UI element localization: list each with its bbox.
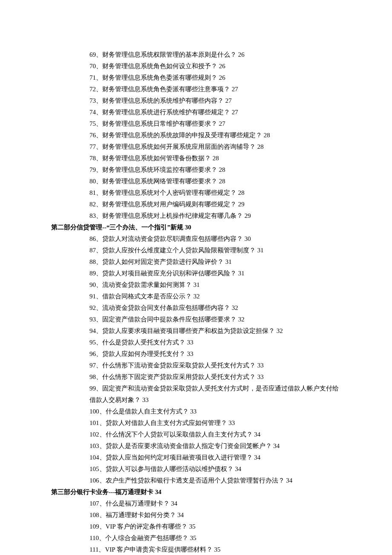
toc-item-separator: 、 [99, 535, 105, 541]
toc-item: 82、财务管理信息系统对用户编码规则有哪些规定？ 29 [51, 199, 341, 210]
toc-item-number: 102 [89, 431, 99, 438]
toc-item-page: 34 [235, 465, 241, 472]
toc-item-separator: 、 [96, 350, 102, 357]
toc-item-number: 89 [89, 270, 96, 277]
toc-item-separator: 、 [96, 120, 102, 127]
toc-item-text: 财务管理信息系统权限管理的基本原则是什么？ [102, 51, 236, 58]
toc-item: 70、财务管理信息系统角色如何设立和授予？ 26 [51, 61, 341, 72]
toc-item-separator: 、 [96, 304, 102, 311]
toc-item: 109、VIP 客户的评定条件有哪些？ 35 [51, 521, 341, 532]
toc-item-text: 流动资金贷款需求量如何测算？ [102, 281, 192, 288]
toc-item-page: 31 [238, 270, 245, 277]
toc-item-page: 33 [228, 419, 235, 426]
toc-item-number: 90 [89, 281, 96, 288]
toc-item: 100、什么是借款人自主支付方式？ 33 [51, 406, 341, 417]
toc-item-page: 31 [193, 281, 200, 288]
toc-item-separator: 、 [96, 166, 102, 173]
toc-item: 93、固定资产借款合同中提款条件应包括哪些要求？ 32 [51, 314, 341, 325]
toc-item: 76、财务管理信息系统的系统故障的申报及受理有哪些规定？ 28 [51, 130, 341, 141]
toc-item: 103、贷款人是否应要求流动资金借款人指定专门资金回笼帐户？ 34 [51, 440, 341, 452]
toc-item-page: 29 [245, 212, 251, 219]
toc-item-text: 贷款人如何对固定资产贷款进行风险评价？ [102, 258, 224, 265]
toc-item-text: 财务管理信息系统日常维护有哪些要求？ [102, 120, 217, 127]
toc-item: 101、贷款人对借款人自主支付方式应如何管理？ 33 [51, 417, 341, 429]
toc-item-number: 100 [89, 408, 99, 415]
toc-item-page: 28 [257, 143, 264, 150]
toc-item-separator: 、 [99, 408, 106, 415]
toc-item-text: 财务管理信息系统角色委派有哪些规则？ [102, 74, 217, 81]
toc-item-text: 财务管理信息系统对个人密码管理有哪些规定？ [102, 189, 236, 196]
toc-item-number: 74 [89, 109, 96, 116]
toc-item-separator: 、 [96, 373, 102, 380]
toc-item-number: 99 [89, 385, 96, 392]
toc-item-text: 什么情况下个人贷款可以采取借款人自主支付方式？ [106, 431, 253, 438]
toc-item-text: 农户生产性贷款和银行卡透支是否适用个人贷款管理暂行办法？ [106, 477, 285, 484]
toc-item-page: 34 [286, 477, 292, 484]
toc-item-separator: 、 [96, 189, 102, 196]
toc-item-text: 固定资产和流动资金贷款采取贷款人受托支付方式时，是否应通过借款人帐户支付给借款人… [89, 385, 339, 403]
toc-item-separator: 、 [99, 454, 106, 461]
toc-item: 108、福万通理财卡如何分类？ 34 [51, 509, 341, 521]
toc-item: 105、贷款人可以参与借款人哪些活动以维护债权？ 34 [51, 463, 341, 475]
toc-item: 110、个人综合金融资产包括哪些？ 35 [51, 532, 341, 544]
toc-item-page: 35 [190, 535, 196, 541]
toc-item-number: 107 [89, 500, 99, 507]
toc-item-separator: 、 [96, 109, 102, 116]
toc-item-text: 福万通理财卡如何分类？ [106, 512, 176, 518]
toc-item-number: 81 [89, 189, 96, 196]
toc-item: 71、财务管理信息系统角色委派有哪些规则？ 26 [51, 72, 341, 84]
toc-item-separator: 、 [96, 212, 102, 219]
toc-item-text: 什么情形下流动资金贷款应采取贷款人受托支付方式？ [102, 362, 256, 369]
toc-item-separator: 、 [96, 97, 102, 104]
toc-item-number: 110 [89, 535, 99, 541]
toc-item-text: 贷款人应按什么维度建立个人贷款风险限额管理制度？ [102, 247, 256, 254]
toc-item: 97、什么情形下流动资金贷款应采取贷款人受托支付方式？ 33 [51, 360, 341, 371]
toc-item-text: 财务管理信息系统角色委派有哪些注意事项？ [102, 86, 230, 92]
toc-item-number: 101 [89, 419, 99, 426]
toc-item-page: 35 [189, 523, 196, 530]
section-header: 第二部分信贷管理--“三个办法、一个指引”新规 30 [51, 222, 341, 233]
toc-item-page: 26 [219, 63, 225, 69]
toc-item: 107、什么是福万通理财卡？ 34 [51, 498, 341, 509]
toc-item: 95、什么是贷款人受托支付方式？ 33 [51, 337, 341, 348]
toc-item-page: 27 [232, 86, 238, 92]
toc-item-page: 33 [142, 396, 149, 403]
toc-item-text: 财务管理信息系统的系统故障的申报及受理有哪些规定？ [102, 132, 262, 139]
toc-item-number: 72 [89, 86, 96, 92]
toc-item-separator: 、 [96, 74, 102, 81]
toc-item-number: 96 [89, 350, 96, 357]
toc-item-text: 贷款人应要求项目融资项目哪些资产和权益为贷款设定担保？ [102, 327, 275, 334]
toc-item: 86、贷款人对流动资金贷款尽职调查应包括哪些内容？ 30 [51, 233, 341, 245]
toc-item-page: 32 [238, 316, 245, 323]
toc-item: 75、财务管理信息系统日常维护有哪些要求？ 27 [51, 118, 341, 130]
toc-item-separator: 、 [96, 281, 102, 288]
toc-item-separator: 、 [96, 270, 102, 277]
toc-item-text: 财务管理信息系统如何开展系统应用层面的咨询辅导？ [102, 143, 256, 150]
toc-item-page: 31 [225, 258, 232, 265]
toc-item-page: 26 [238, 51, 245, 58]
toc-item-page: 32 [277, 327, 283, 334]
toc-item-number: 94 [89, 327, 96, 334]
toc-item-text: VIP 客户申请贵宾卡应提供哪些材料？ [105, 546, 212, 553]
toc-item-number: 108 [89, 512, 99, 518]
toc-item-number: 83 [89, 212, 96, 219]
toc-item: 89、贷款人对项目融资应充分识别和评估哪些风险？ 31 [51, 268, 341, 279]
toc-item: 83、财务管理信息系统对上机操作纪律规定有哪几条？ 29 [51, 210, 341, 222]
toc-item-text: 贷款人对流动资金贷款尽职调查应包括哪些内容？ [102, 235, 243, 242]
toc-item-separator: 、 [96, 201, 102, 208]
toc-item-text: 财务管理信息系统对用户编码规则有哪些规定？ [102, 201, 236, 208]
toc-item-number: 93 [89, 316, 96, 323]
toc-item-page: 27 [225, 97, 232, 104]
toc-item-text: 财务管理信息系统环境监控有哪些要求？ [102, 166, 217, 173]
toc-item-separator: 、 [96, 143, 102, 150]
toc-item: 80、财务管理信息系统网络管理有哪些要求？ 28 [51, 176, 341, 187]
toc-item-text: 借款合同格式文本是否应公示？ [102, 293, 192, 300]
toc-item-text: 财务管理信息系统进行系统维护有哪些规定？ [102, 109, 230, 116]
toc-item-page: 34 [273, 442, 280, 449]
toc-item-page: 34 [177, 512, 184, 518]
toc-item-separator: 、 [99, 442, 106, 449]
toc-item-separator: 、 [96, 178, 102, 185]
toc-item: 99、固定资产和流动资金贷款采取贷款人受托支付方式时，是否应通过借款人帐户支付给… [51, 383, 341, 406]
toc-item: 74、财务管理信息系统进行系统维护有哪些规定？ 27 [51, 107, 341, 118]
toc-item-text: 财务管理信息系统对上机操作纪律规定有哪几条？ [102, 212, 243, 219]
